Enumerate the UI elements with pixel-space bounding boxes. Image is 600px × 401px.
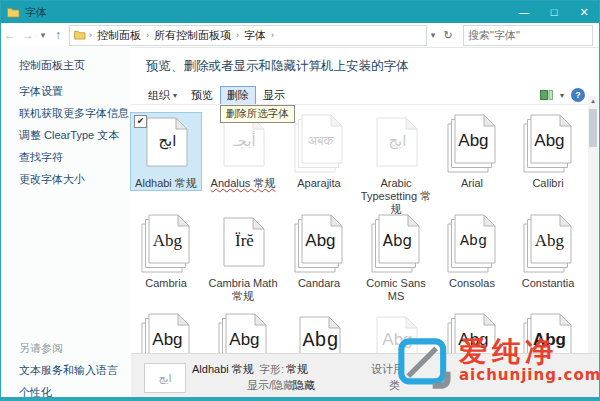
watermark: 爱纯净 aichunjing.com [397, 337, 600, 395]
folder-icon [7, 7, 20, 18]
font-tile[interactable]: ÏrĕCambria Math 常规 [207, 212, 279, 303]
font-tile-label: Candara [283, 277, 355, 290]
font-file-icon: Abg [436, 214, 508, 276]
vertical-scrollbar[interactable]: ▲ [588, 96, 598, 353]
sidebar-item-adjust-cleartype[interactable]: 调整 ClearType 文本 [19, 128, 119, 143]
font-tile[interactable]: ✔ابجAldhabi 常规 [130, 112, 202, 191]
font-tile[interactable]: AbgConsolas [436, 212, 508, 290]
breadcrumb-separator: › [270, 30, 275, 40]
font-tile-label: Constantia [512, 277, 584, 290]
sidebar-item-get-font-info-online[interactable]: 联机获取更多字体信息 [19, 106, 129, 121]
breadcrumb[interactable]: › 控制面板 › 所有控制面板项 › 字体 › [69, 25, 427, 46]
sidebar-item-find-character[interactable]: 查找字符 [19, 150, 63, 165]
font-preview-glyph: Abg [535, 231, 564, 251]
fonts-control-panel-window: 字体 — □ ✕ ← → ▾ ↑ › 控制面板 › 所有控制面板项 › 字体 ›… [0, 0, 600, 401]
show-hide-value: 隐藏 [293, 378, 315, 393]
font-preview-glyph: ابج [388, 132, 406, 150]
font-file-icon: Abg [360, 214, 432, 276]
chevron-down-icon[interactable]: ▾ [560, 91, 564, 100]
font-tile-label: Arial [436, 177, 508, 190]
watermark-url: aichunjing.com [459, 367, 600, 384]
preview-button[interactable]: 预览 [184, 86, 220, 105]
sidebar: 控制面板主页 字体设置 联机获取更多字体信息 调整 ClearType 文本 查… [1, 47, 131, 397]
font-file-icon: Abg [512, 214, 584, 276]
close-icon[interactable]: ✕ [569, 1, 599, 23]
show-button[interactable]: 显示 [256, 86, 292, 105]
font-file-icon: Abg [130, 214, 202, 276]
font-tile-label: Arabic Typesetting 常规 [360, 177, 432, 216]
font-preview-glyph: Abg [229, 330, 259, 350]
font-preview-glyph: Ïrĕ [235, 231, 254, 251]
font-tile[interactable]: AbgCambria [130, 212, 202, 290]
font-preview-glyph: Abg [460, 233, 487, 250]
maximize-icon[interactable]: □ [539, 1, 569, 23]
refresh-icon[interactable]: ↻ [439, 29, 457, 42]
up-icon[interactable]: ↑ [49, 28, 67, 42]
forward-icon[interactable]: → [19, 28, 37, 42]
font-style-label: 字形: [259, 362, 284, 377]
font-preview-glyph: Abg [305, 231, 335, 251]
font-preview-glyph: Abg [153, 231, 182, 251]
breadcrumb-fonts[interactable]: 字体 [240, 28, 270, 43]
search-box[interactable] [463, 25, 593, 46]
address-dropdown-icon[interactable]: ▾ [427, 30, 439, 40]
font-preview-glyph: ابج [158, 132, 176, 150]
watermark-brand: 爱纯净 [459, 337, 600, 367]
sidebar-see-also-header: 另请参阅 [19, 341, 63, 356]
change-view-icon[interactable] [540, 89, 553, 101]
window-title: 字体 [25, 5, 47, 20]
toolbar-right: ▾ ? [540, 88, 585, 102]
chevron-down-icon: ▾ [173, 91, 177, 100]
font-tile-label: Andalus 常规 [207, 177, 279, 190]
address-bar: ← → ▾ ↑ › 控制面板 › 所有控制面板项 › 字体 › ▾ ↻ [1, 23, 599, 48]
font-file-icon: Abg [283, 214, 355, 276]
font-tile[interactable]: AbgArial [436, 112, 508, 190]
breadcrumb-control-panel[interactable]: 控制面板 [93, 28, 145, 43]
scroll-up-icon[interactable]: ▲ [588, 96, 598, 107]
font-preview-glyph: अबक [308, 133, 333, 149]
font-tile-label: Aparajita [283, 177, 355, 190]
search-input[interactable] [464, 29, 600, 41]
delete-tooltip: 删除所选字体 [220, 105, 295, 123]
font-file-icon: Abg [512, 114, 584, 176]
selected-font-name: Aldhabi 常规 [192, 362, 254, 377]
font-preview-glyph: Abg [302, 329, 338, 352]
font-preview-glyph: أبجـ [233, 132, 255, 150]
font-tile[interactable]: ابجArabic Typesetting 常规 [360, 112, 432, 216]
font-preview-glyph: Abg [152, 330, 182, 350]
tile-checkbox[interactable]: ✔ [134, 115, 147, 128]
title-bar: 字体 — □ ✕ [1, 1, 599, 23]
font-tile[interactable]: AbgComic Sans MS [360, 212, 432, 303]
font-file-icon: Abg [436, 114, 508, 176]
font-file-icon: Ïrĕ [207, 214, 279, 276]
font-tile[interactable]: AbgCandara [283, 212, 355, 290]
sidebar-item-font-settings[interactable]: 字体设置 [19, 84, 63, 99]
organize-button[interactable]: 组织 ▾ [141, 86, 184, 105]
help-icon[interactable]: ? [571, 88, 585, 102]
font-tile-label: Cambria Math 常规 [207, 277, 279, 303]
font-tile-label: Consolas [436, 277, 508, 290]
minimize-icon[interactable]: — [509, 1, 539, 23]
thumbnail-glyph: ابج [158, 372, 171, 385]
font-file-icon: أبجـ [207, 114, 279, 176]
delete-button[interactable]: 删除 [220, 86, 256, 105]
scrollbar-thumb[interactable] [589, 109, 597, 147]
back-icon[interactable]: ← [1, 28, 19, 42]
font-tile[interactable]: AbgCalibri [512, 112, 584, 190]
sidebar-item-control-panel-home[interactable]: 控制面板主页 [19, 58, 85, 73]
sidebar-item-text-services[interactable]: 文本服务和输入语言 [19, 363, 118, 378]
font-file-icon: अबक [283, 114, 355, 176]
font-tile[interactable]: अबकAparajita [283, 112, 355, 190]
font-file-icon: ابج [360, 114, 432, 176]
aichunjing-logo [397, 337, 451, 395]
breadcrumb-all-items[interactable]: 所有控制面板项 [150, 28, 235, 43]
font-tile-label: Comic Sans MS [360, 277, 432, 303]
font-tile[interactable]: AbgConstantia [512, 212, 584, 290]
font-tile[interactable]: أبجـAndalus 常规 [207, 112, 279, 190]
sidebar-item-change-font-size[interactable]: 更改字体大小 [19, 172, 85, 187]
font-tile-label: Aldhabi 常规 [131, 177, 201, 190]
font-tile-label: Cambria [130, 277, 202, 290]
recent-pages-icon[interactable]: ▾ [37, 30, 49, 40]
sidebar-item-personalization[interactable]: 个性化 [19, 385, 52, 400]
font-preview-glyph: Abg [534, 131, 564, 151]
